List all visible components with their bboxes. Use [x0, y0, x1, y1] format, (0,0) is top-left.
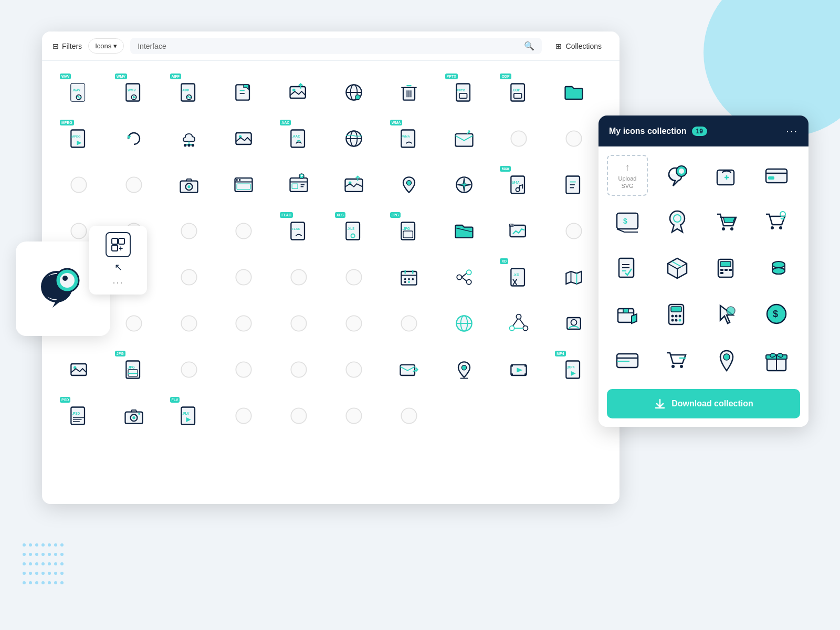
list-item[interactable]: XD .XD [498, 256, 540, 298]
collection-icon-shopping-bag[interactable] [706, 155, 747, 196]
search-input[interactable] [138, 42, 519, 50]
filters-button[interactable]: ⊟ Filters [52, 42, 82, 50]
list-item[interactable] [443, 164, 485, 206]
list-item[interactable] [388, 71, 430, 113]
list-item[interactable]: FLAC .FLAC [278, 210, 320, 252]
list-item[interactable]: IMG [498, 210, 540, 252]
list-item[interactable] [223, 256, 265, 298]
collection-icon-cursor[interactable] [706, 293, 747, 334]
collection-icon-dollar-coin[interactable]: $ [756, 293, 797, 334]
list-item[interactable]: WAV .WAV [58, 71, 100, 113]
list-item[interactable] [113, 118, 155, 160]
list-item[interactable] [553, 118, 595, 160]
list-item[interactable] [278, 395, 320, 437]
upload-svg-button[interactable]: ↑ UploadSVG [607, 155, 648, 196]
list-item[interactable]: WMV .WMV [113, 71, 155, 113]
collection-icon-shipping[interactable] [607, 293, 648, 334]
list-item[interactable] [278, 349, 320, 391]
list-item[interactable] [113, 395, 155, 437]
icons-dropdown[interactable]: Icons ▾ [88, 38, 124, 54]
collection-icon-cart[interactable] [706, 201, 747, 242]
list-item[interactable] [223, 302, 265, 344]
list-item[interactable] [388, 256, 430, 298]
collection-icon-receipt[interactable] [607, 247, 648, 288]
list-item[interactable]: M4A .M4A [498, 164, 540, 206]
list-item[interactable] [443, 302, 485, 344]
list-item[interactable] [498, 118, 540, 160]
collection-icon-package[interactable] [657, 247, 698, 288]
list-item[interactable]: AAC .AAC [278, 118, 320, 160]
list-item[interactable]: PPTX .PPTX [443, 71, 485, 113]
list-item[interactable]: PSD .PSD [58, 395, 100, 437]
list-item[interactable] [58, 349, 100, 391]
list-item[interactable] [443, 118, 485, 160]
list-item[interactable] [168, 118, 210, 160]
list-item[interactable] [333, 256, 375, 298]
list-item[interactable] [333, 118, 375, 160]
list-item[interactable] [553, 210, 595, 252]
list-item[interactable]: JPG .JPG [113, 349, 155, 391]
list-item[interactable] [388, 302, 430, 344]
collections-button[interactable]: ⊞ Collections [548, 39, 609, 54]
collection-icon-location[interactable] [706, 340, 747, 381]
list-item[interactable]: XLS .XLS [333, 210, 375, 252]
list-item[interactable] [553, 71, 595, 113]
list-item[interactable] [223, 164, 265, 206]
list-item[interactable]: MP4 .MP4 [553, 349, 595, 391]
list-item[interactable] [278, 256, 320, 298]
list-item[interactable] [388, 395, 430, 437]
list-item[interactable] [333, 164, 375, 206]
collection-icon-credit-card[interactable] [756, 155, 797, 196]
list-item[interactable] [388, 349, 430, 391]
collection-icon-payment-terminal[interactable] [706, 247, 747, 288]
list-item[interactable] [388, 164, 430, 206]
list-item[interactable] [113, 302, 155, 344]
list-item[interactable]: MPEG .MPEG [58, 118, 100, 160]
list-item[interactable]: ODP .ODP [498, 71, 540, 113]
collection-icon-coins[interactable] [756, 247, 797, 288]
list-item[interactable] [223, 349, 265, 391]
download-collection-button[interactable]: Download collection [607, 389, 800, 418]
list-item[interactable] [333, 71, 375, 113]
collection-icon-credit-card-2[interactable] [607, 340, 648, 381]
list-item[interactable] [223, 118, 265, 160]
list-item[interactable] [553, 256, 595, 298]
list-item[interactable] [168, 349, 210, 391]
list-item[interactable] [278, 71, 320, 113]
list-item[interactable] [113, 164, 155, 206]
list-item[interactable] [498, 302, 540, 344]
list-item[interactable] [498, 349, 540, 391]
list-item[interactable]: WMA .WMA [388, 118, 430, 160]
list-item[interactable]: AIFF .AIFF [168, 71, 210, 113]
list-item[interactable] [223, 210, 265, 252]
list-item[interactable] [168, 210, 210, 252]
list-item[interactable] [223, 395, 265, 437]
list-item[interactable] [553, 164, 595, 206]
list-item[interactable] [168, 302, 210, 344]
list-item[interactable] [58, 164, 100, 206]
list-item[interactable] [443, 349, 485, 391]
collection-icon-calculator[interactable] [657, 293, 698, 334]
collection-icon-cart-checkout[interactable] [657, 340, 698, 381]
add-to-collection-icon[interactable]: + [106, 232, 131, 257]
list-item[interactable] [278, 164, 320, 206]
collection-icon-award[interactable] [657, 201, 698, 242]
list-item[interactable] [553, 302, 595, 344]
list-item[interactable] [223, 71, 265, 113]
list-item[interactable] [278, 302, 320, 344]
list-item[interactable] [443, 256, 485, 298]
more-options-dots[interactable]: ··· [112, 277, 123, 288]
collection-icon-cart-person[interactable] [756, 201, 797, 242]
collection-icon-chat[interactable] [657, 155, 698, 196]
collection-icon-gift[interactable] [756, 340, 797, 381]
collection-icon-price-display[interactable]: $ [607, 201, 648, 242]
list-item[interactable] [168, 256, 210, 298]
list-item[interactable]: JPG .JPG [388, 210, 430, 252]
list-item[interactable] [168, 164, 210, 206]
list-item[interactable] [443, 210, 485, 252]
list-item[interactable] [333, 395, 375, 437]
list-item[interactable] [333, 349, 375, 391]
list-item[interactable] [333, 302, 375, 344]
list-item[interactable]: FLV .FLV [168, 395, 210, 437]
collection-menu-button[interactable]: ··· [786, 125, 798, 137]
